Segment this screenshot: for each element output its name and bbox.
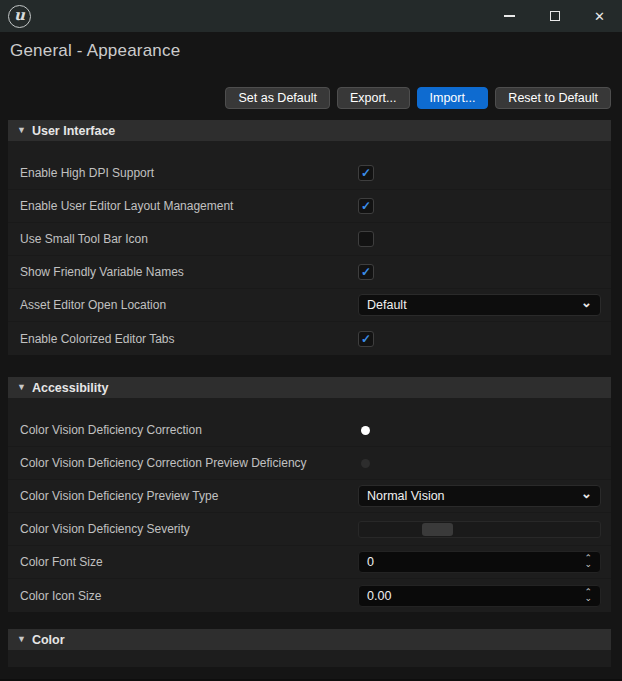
numeric-input[interactable]: 0.00⌃⌄ (358, 585, 601, 607)
section-title: Color (32, 633, 65, 647)
section-header-accessibility[interactable]: ▼Accessibility (8, 377, 611, 398)
dropdown-value: Default (367, 298, 581, 312)
setting-control: ✓ (358, 165, 611, 181)
checkbox[interactable] (358, 231, 374, 247)
dropdown-value: Normal Vision (367, 489, 581, 503)
settings-row: Color Icon Size0.00⌃⌄ (8, 579, 611, 612)
spin-down-icon: ⌄ (584, 562, 592, 568)
setting-label: Enable User Editor Layout Management (8, 199, 358, 213)
settings-row: Enable User Editor Layout Management✓ (8, 190, 611, 223)
setting-label: Color Vision Deficiency Correction Previ… (8, 456, 358, 470)
close-icon: ✕ (594, 9, 605, 24)
setting-label: Color Vision Deficiency Correction (8, 423, 358, 437)
maximize-button[interactable] (532, 0, 577, 32)
setting-label: Use Small Tool Bar Icon (8, 232, 358, 246)
collapse-triangle-icon: ▼ (17, 126, 26, 135)
setting-control: ✓ (358, 331, 611, 347)
setting-control: 0⌃⌄ (358, 551, 611, 573)
severity-slider[interactable] (358, 521, 601, 538)
checkbox[interactable]: ✓ (358, 165, 374, 181)
collapse-triangle-icon: ▼ (17, 635, 26, 644)
setting-control: 0.00⌃⌄ (358, 585, 611, 607)
setting-label: Color Font Size (8, 555, 358, 569)
setting-control (358, 459, 611, 468)
setting-label: Asset Editor Open Location (8, 298, 358, 312)
checkmark-icon: ✓ (361, 167, 371, 179)
section-title: Accessibility (32, 381, 108, 395)
settings-row: Color Font Size0⌃⌄ (8, 546, 611, 579)
import-button[interactable]: Import... (417, 87, 489, 109)
page-title: General - Appearance (10, 41, 622, 61)
setting-label: Enable High DPI Support (8, 166, 358, 180)
settings-row: Enable High DPI Support✓ (8, 157, 611, 190)
setting-control (358, 231, 611, 247)
checkbox[interactable]: ✓ (358, 198, 374, 214)
checkbox[interactable]: ✓ (358, 264, 374, 280)
slider-handle[interactable] (422, 523, 453, 536)
section-body-color (8, 650, 611, 667)
toolbar: Set as DefaultExport...Import...Reset to… (0, 87, 611, 109)
setting-control (358, 426, 611, 435)
spinner-arrows-icon[interactable]: ⌃⌄ (584, 556, 592, 568)
setting-control (358, 521, 611, 538)
toggle-dot[interactable] (361, 459, 370, 468)
setting-label: Show Friendly Variable Names (8, 265, 358, 279)
settings-row: Enable Colorized Editor Tabs✓ (8, 322, 611, 355)
dropdown-select[interactable]: Default⌄ (358, 294, 601, 316)
setting-label: Enable Colorized Editor Tabs (8, 332, 358, 346)
export-button[interactable]: Export... (337, 87, 410, 109)
checkmark-icon: ✓ (361, 333, 371, 345)
minimize-icon (504, 15, 515, 17)
numeric-value: 0.00 (367, 589, 584, 603)
minimize-button[interactable] (487, 0, 532, 32)
settings-row: Show Friendly Variable Names✓ (8, 256, 611, 289)
setting-label: Color Icon Size (8, 589, 358, 603)
settings-row: Use Small Tool Bar Icon (8, 223, 611, 256)
settings-row: Color Vision Deficiency Severity (8, 513, 611, 546)
settings-row: Color Vision Deficiency Correction Previ… (8, 447, 611, 480)
numeric-value: 0 (367, 555, 584, 569)
reset-to-default-button[interactable]: Reset to Default (495, 87, 611, 109)
setting-label: Color Vision Deficiency Preview Type (8, 489, 358, 503)
spinner-arrows-icon[interactable]: ⌃⌄ (584, 590, 592, 602)
toggle-dot[interactable] (361, 426, 370, 435)
section-user-interface: ▼User InterfaceEnable High DPI Support✓E… (8, 120, 611, 355)
section-color: ▼Color (8, 629, 611, 667)
maximize-icon (550, 11, 560, 21)
section-header-color[interactable]: ▼Color (8, 629, 611, 650)
settings-row: Color Vision Deficiency Correction (8, 414, 611, 447)
checkmark-icon: ✓ (361, 200, 371, 212)
section-body-user-interface: Enable High DPI Support✓Enable User Edit… (8, 141, 611, 355)
setting-control: ✓ (358, 198, 611, 214)
section-accessibility: ▼AccessibilityColor Vision Deficiency Co… (8, 377, 611, 612)
section-header-user-interface[interactable]: ▼User Interface (8, 120, 611, 141)
checkmark-icon: ✓ (361, 266, 371, 278)
window-titlebar: u ✕ (0, 0, 622, 32)
settings-row: Asset Editor Open LocationDefault⌄ (8, 289, 611, 322)
section-body-accessibility: Color Vision Deficiency CorrectionColor … (8, 398, 611, 612)
setting-control: Normal Vision⌄ (358, 485, 611, 507)
collapse-triangle-icon: ▼ (17, 383, 26, 392)
section-title: User Interface (32, 124, 115, 138)
dropdown-select[interactable]: Normal Vision⌄ (358, 485, 601, 507)
settings-sections: ▼User InterfaceEnable High DPI Support✓E… (0, 120, 622, 667)
numeric-input[interactable]: 0⌃⌄ (358, 551, 601, 573)
unreal-engine-logo-icon: u (8, 5, 31, 28)
setting-control: Default⌄ (358, 294, 611, 316)
spin-down-icon: ⌄ (584, 596, 592, 602)
set-as-default-button[interactable]: Set as Default (225, 87, 330, 109)
setting-control: ✓ (358, 264, 611, 280)
settings-row: Color Vision Deficiency Preview TypeNorm… (8, 480, 611, 513)
close-button[interactable]: ✕ (577, 0, 622, 32)
checkbox[interactable]: ✓ (358, 331, 374, 347)
setting-label: Color Vision Deficiency Severity (8, 522, 358, 536)
